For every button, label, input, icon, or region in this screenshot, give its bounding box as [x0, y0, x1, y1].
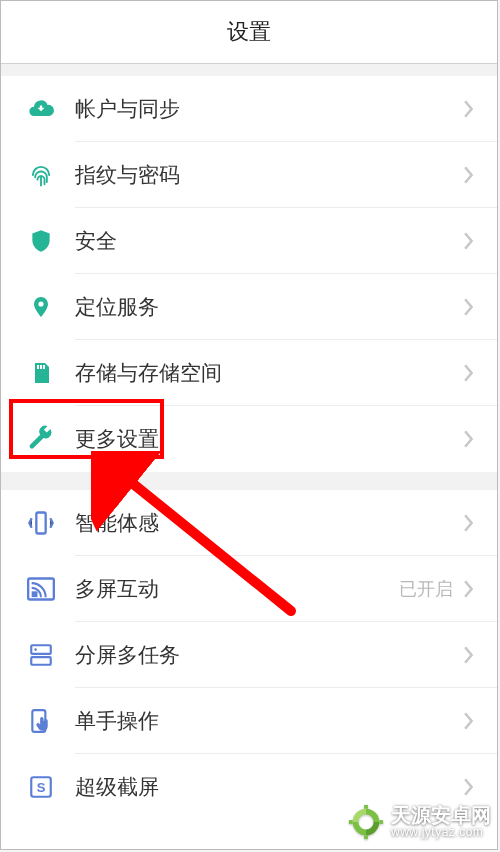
wrench-icon — [25, 423, 57, 455]
svg-rect-3 — [43, 365, 45, 369]
row-one-hand[interactable]: 单手操作 — [1, 688, 497, 754]
row-label: 帐户与同步 — [75, 95, 463, 123]
watermark-title: 天源安卓网 — [391, 805, 491, 826]
settings-screen: 设置 帐户与同步 指纹与密码 安全 定位服务 — [0, 0, 498, 850]
cast-icon — [25, 573, 57, 605]
chevron-right-icon — [463, 364, 477, 382]
svg-point-9 — [34, 648, 37, 651]
row-fingerprint[interactable]: 指纹与密码 — [1, 142, 497, 208]
row-security[interactable]: 安全 — [1, 208, 497, 274]
row-label: 更多设置 — [75, 425, 463, 453]
phone-shake-icon — [25, 507, 57, 539]
row-multi-screen[interactable]: 多屏互动 已开启 — [1, 556, 497, 622]
chevron-right-icon — [463, 514, 477, 532]
group-divider — [1, 472, 497, 490]
row-label: 智能体感 — [75, 509, 463, 537]
touch-icon — [25, 705, 57, 737]
row-split-screen[interactable]: 分屏多任务 — [1, 622, 497, 688]
group-gap — [1, 64, 497, 76]
svg-rect-14 — [379, 820, 383, 824]
svg-rect-13 — [349, 820, 353, 824]
row-label: 分屏多任务 — [75, 641, 463, 669]
row-label: 存储与存储空间 — [75, 359, 463, 387]
split-icon — [25, 639, 57, 671]
row-label: 定位服务 — [75, 293, 463, 321]
svg-rect-16 — [364, 835, 368, 839]
chevron-right-icon — [463, 100, 477, 118]
watermark-logo-icon — [347, 803, 385, 841]
svg-rect-15 — [364, 805, 368, 809]
chevron-right-icon — [463, 232, 477, 250]
svg-rect-6 — [32, 591, 38, 597]
fingerprint-icon — [25, 159, 57, 191]
svg-rect-8 — [31, 657, 51, 665]
chevron-right-icon — [463, 712, 477, 730]
location-icon — [25, 291, 57, 323]
watermark-url: www.jytyaz.com — [391, 826, 483, 839]
svg-point-0 — [38, 301, 43, 306]
row-storage[interactable]: 存储与存储空间 — [1, 340, 497, 406]
row-trailing-status: 已开启 — [399, 577, 453, 601]
svg-rect-2 — [40, 365, 42, 369]
page-header: 设置 — [1, 1, 497, 64]
chevron-right-icon — [463, 646, 477, 664]
chevron-right-icon — [463, 166, 477, 184]
row-label: 单手操作 — [75, 707, 463, 735]
shield-icon — [25, 225, 57, 257]
row-more-settings[interactable]: 更多设置 — [1, 406, 497, 472]
sd-card-icon — [25, 357, 57, 389]
svg-rect-1 — [37, 365, 39, 369]
watermark: 天源安卓网 www.jytyaz.com — [347, 803, 491, 841]
screenshot-s-icon: S — [25, 771, 57, 803]
row-label: 超级截屏 — [75, 773, 463, 801]
row-smart-motion[interactable]: 智能体感 — [1, 490, 497, 556]
chevron-right-icon — [463, 430, 477, 448]
row-label: 多屏互动 — [75, 575, 399, 603]
row-location[interactable]: 定位服务 — [1, 274, 497, 340]
svg-rect-4 — [36, 513, 45, 534]
svg-rect-7 — [31, 645, 51, 654]
cloud-sync-icon — [25, 93, 57, 125]
row-label: 指纹与密码 — [75, 161, 463, 189]
chevron-right-icon — [463, 778, 477, 796]
chevron-right-icon — [463, 580, 477, 598]
row-account-sync[interactable]: 帐户与同步 — [1, 76, 497, 142]
chevron-right-icon — [463, 298, 477, 316]
row-label: 安全 — [75, 227, 463, 255]
svg-text:S: S — [37, 780, 46, 795]
page-title: 设置 — [227, 17, 271, 47]
